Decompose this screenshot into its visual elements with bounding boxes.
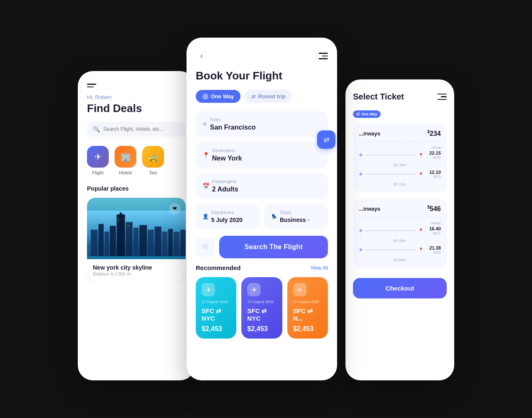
flight-icon[interactable]: ✈ bbox=[87, 146, 109, 168]
airline-2-header: ...irways $546 bbox=[359, 205, 441, 213]
svg-rect-7 bbox=[120, 213, 122, 219]
rec-plane-icon-2: ✈ bbox=[247, 283, 261, 296]
recommended-title: Recommended bbox=[196, 264, 241, 271]
svg-rect-4 bbox=[105, 232, 109, 256]
left-menu-icon[interactable] bbox=[87, 84, 186, 87]
svg-rect-8 bbox=[126, 222, 133, 256]
rec-card-1[interactable]: ✈ 17 August 2020 SFC ⇄ NYC $2,453 bbox=[196, 277, 236, 339]
svg-rect-14 bbox=[168, 229, 173, 256]
search-flight-button[interactable]: Search The Flight bbox=[219, 236, 328, 258]
airline-1-name: ...irways bbox=[359, 130, 380, 137]
left-screen: Hi, Robert Find Deals 🔍 ✈ Flight 🏢 Hotel… bbox=[78, 71, 195, 380]
rec-card-3[interactable]: ✈ 17 August 2020 SFC ⇄ N... $2,453 bbox=[287, 277, 328, 339]
flight-row-2-1: ✈ 📍 16.40 NYC bbox=[359, 226, 441, 235]
swap-button[interactable]: ⇅ bbox=[317, 130, 335, 149]
airline-card-1[interactable]: ...irways $234 Arrive ✈ 📍 22.15 NYC bbox=[353, 124, 447, 192]
flight-row-1-1: ✈ 📍 22.15 NYC bbox=[359, 150, 441, 160]
taxi-icon[interactable]: 🚕 bbox=[142, 146, 164, 168]
person-icon: 👤 bbox=[202, 214, 209, 219]
seat-icon: 💺 bbox=[271, 214, 277, 219]
center-screen: ‹ Book Your Flight One Way ⇄ Round trip … bbox=[187, 38, 337, 380]
category-flight[interactable]: ✈ Flight bbox=[87, 146, 109, 175]
duration-2-1: 5h 30m bbox=[359, 239, 441, 243]
hotel-label: Hotels bbox=[119, 170, 132, 175]
circle-dot-icon bbox=[356, 112, 360, 116]
from-field[interactable]: ✈ From San Francisco bbox=[196, 111, 328, 137]
svg-rect-9 bbox=[133, 228, 139, 256]
svg-rect-16 bbox=[180, 229, 186, 256]
pin-icon-3: 📍 bbox=[418, 228, 423, 233]
location-pin-icon: 📍 bbox=[202, 152, 210, 158]
rec-plane-icon-3: ✈ bbox=[293, 283, 307, 296]
passengers-field[interactable]: 📅 Passengers 2 Adults bbox=[196, 173, 328, 199]
one-way-button[interactable]: One Way bbox=[196, 90, 240, 103]
svg-rect-15 bbox=[174, 232, 180, 256]
calendar-icon: 📅 bbox=[202, 183, 210, 189]
svg-rect-20 bbox=[126, 225, 128, 227]
svg-rect-5 bbox=[110, 226, 116, 256]
place-distance: Distance to 2,902 mi bbox=[93, 272, 180, 276]
circle-icon bbox=[202, 94, 208, 99]
one-way-badge: One Way bbox=[353, 110, 381, 118]
favorite-button[interactable]: ❤ bbox=[169, 203, 181, 214]
center-page-title: Book Your Flight bbox=[196, 69, 328, 82]
view-all-link[interactable]: View All bbox=[310, 265, 328, 271]
plane-return-icon-2: ✈ bbox=[359, 247, 363, 253]
center-menu-icon[interactable] bbox=[319, 53, 328, 59]
flight-row-2-2: ✈ 📍 21.38 SFO bbox=[359, 245, 441, 255]
svg-rect-19 bbox=[118, 221, 119, 222]
duration-2-2: 5h 58m bbox=[359, 258, 441, 262]
plane-return-icon: ✈ bbox=[359, 171, 363, 177]
svg-rect-3 bbox=[98, 224, 104, 256]
right-screen: Select Ticket One Way ...irways $234 Arr… bbox=[345, 79, 454, 380]
destination-field[interactable]: 📍 Destination New York bbox=[196, 142, 328, 168]
duration-1-1: 5h 30m bbox=[359, 163, 441, 167]
flight-label: Flight bbox=[92, 170, 104, 175]
pin-icon-1: 📍 bbox=[418, 153, 423, 158]
category-taxi[interactable]: 🚕 Taxi bbox=[142, 146, 164, 175]
round-trip-button[interactable]: ⇄ Round trip bbox=[245, 90, 292, 103]
popular-places-title: Popular places bbox=[87, 185, 186, 192]
from-dest-wrapper: ✈ From San Francisco ⇅ 📍 Destination New… bbox=[196, 111, 328, 168]
plane-from-icon: ✈ bbox=[202, 121, 207, 127]
percent-icon: % bbox=[202, 243, 208, 251]
category-hotels[interactable]: 🏢 Hotels bbox=[115, 146, 136, 175]
chevron-down-icon: ▾ bbox=[307, 218, 309, 222]
checkout-button[interactable]: Checkout bbox=[353, 278, 447, 298]
recommended-cards: ✈ 17 August 2020 SFC ⇄ NYC $2,453 ✈ 17 A… bbox=[196, 277, 328, 339]
flight-row-1-2: ✈ 📍 12.10 SFO bbox=[359, 170, 441, 179]
airline-2-price: $546 bbox=[427, 205, 441, 213]
category-icons: ✈ Flight 🏢 Hotels 🚕 Taxi bbox=[87, 146, 186, 175]
taxi-label: Taxi bbox=[149, 170, 157, 175]
arrive-label-2: Arrive bbox=[431, 221, 441, 225]
airline-2-name: ...irways bbox=[359, 206, 380, 212]
promo-icon-btn[interactable]: % bbox=[196, 237, 215, 257]
departures-field[interactable]: 👤 Departures 5 July 2020 bbox=[196, 204, 259, 229]
plane-depart-icon-2: ✈ bbox=[359, 228, 363, 234]
search-box[interactable]: 🔍 bbox=[87, 122, 186, 137]
right-menu-icon[interactable] bbox=[437, 94, 447, 100]
hotel-icon[interactable]: 🏢 bbox=[115, 146, 136, 168]
right-header: Select Ticket bbox=[353, 92, 447, 102]
airline-1-price: $234 bbox=[427, 130, 441, 138]
svg-rect-10 bbox=[139, 225, 147, 256]
back-button[interactable]: ‹ bbox=[196, 50, 207, 62]
pin-icon-4: 📍 bbox=[418, 247, 423, 252]
pin-icon-2: 📍 bbox=[418, 172, 423, 177]
search-input[interactable] bbox=[103, 126, 180, 132]
rec-card-2[interactable]: ✈ 17 August 2020 SFC ⇄ NYC $2,453 bbox=[241, 277, 282, 339]
svg-rect-2 bbox=[91, 229, 97, 256]
arrive-label-1: Arrive bbox=[431, 145, 441, 150]
place-card[interactable]: ❤ New york city skyline Distance to 2,90… bbox=[87, 198, 186, 281]
svg-rect-18 bbox=[119, 218, 120, 219]
airline-card-2[interactable]: ...irways $546 Arrive ✈ 📍 16.40 NYC bbox=[353, 199, 447, 268]
place-info: New york city skyline Distance to 2,902 … bbox=[87, 259, 186, 281]
class-field[interactable]: 💺 Class Business ▾ bbox=[264, 204, 328, 229]
search-icon: 🔍 bbox=[93, 126, 100, 133]
svg-rect-17 bbox=[118, 218, 119, 219]
page-title-left: Find Deals bbox=[87, 102, 186, 115]
airline-1-header: ...irways $234 bbox=[359, 130, 441, 138]
center-topbar: ‹ bbox=[196, 50, 328, 62]
duration-1-2: 6h 10m bbox=[359, 182, 441, 186]
greeting-text: Hi, Robert bbox=[87, 94, 186, 100]
